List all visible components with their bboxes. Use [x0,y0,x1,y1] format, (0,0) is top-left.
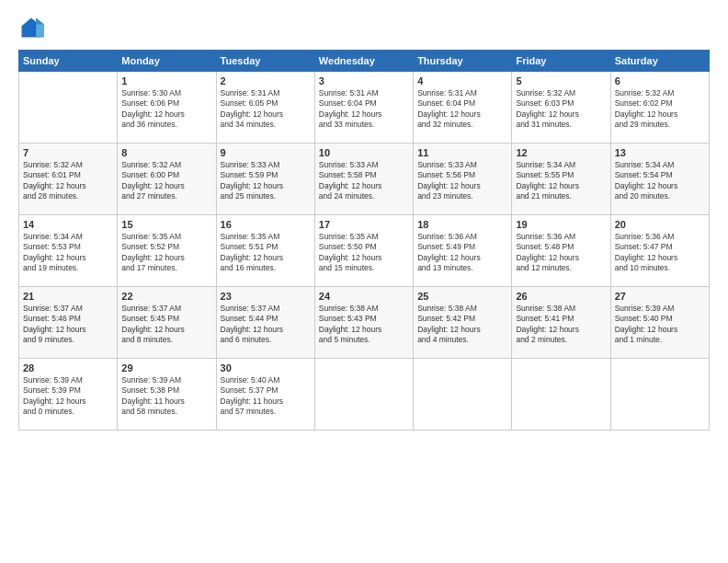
day-number: 24 [319,291,409,302]
day-info: Sunrise: 5:35 AM Sunset: 5:50 PM Dayligh… [319,232,409,274]
day-info: Sunrise: 5:35 AM Sunset: 5:52 PM Dayligh… [121,232,211,274]
day-info: Sunrise: 5:34 AM Sunset: 5:55 PM Dayligh… [516,160,606,202]
day-info: Sunrise: 5:39 AM Sunset: 5:40 PM Dayligh… [615,304,705,346]
day-number: 21 [23,291,113,302]
day-cell: 13Sunrise: 5:34 AM Sunset: 5:54 PM Dayli… [610,144,709,215]
day-info: Sunrise: 5:36 AM Sunset: 5:48 PM Dayligh… [516,232,606,274]
day-number: 1 [121,75,211,86]
day-cell: 18Sunrise: 5:36 AM Sunset: 5:49 PM Dayli… [414,215,512,287]
week-row-3: 14Sunrise: 5:34 AM Sunset: 5:53 PM Dayli… [19,215,710,287]
day-cell: 27Sunrise: 5:39 AM Sunset: 5:40 PM Dayli… [610,287,709,359]
col-header-thursday: Thursday [414,51,512,72]
day-cell: 6Sunrise: 5:32 AM Sunset: 6:02 PM Daylig… [610,72,709,144]
day-number: 3 [319,75,409,86]
day-cell: 25Sunrise: 5:38 AM Sunset: 5:42 PM Dayli… [414,287,512,359]
day-cell: 7Sunrise: 5:32 AM Sunset: 6:01 PM Daylig… [19,144,118,215]
day-cell: 24Sunrise: 5:38 AM Sunset: 5:43 PM Dayli… [314,287,413,359]
day-number: 17 [319,219,409,230]
day-number: 18 [417,219,507,230]
day-info: Sunrise: 5:39 AM Sunset: 5:39 PM Dayligh… [23,375,113,418]
col-header-wednesday: Wednesday [314,51,413,72]
logo [18,15,48,40]
day-info: Sunrise: 5:30 AM Sunset: 6:06 PM Dayligh… [121,88,211,131]
day-number: 9 [221,147,311,158]
day-number: 27 [615,291,705,302]
day-cell: 1Sunrise: 5:30 AM Sunset: 6:06 PM Daylig… [118,72,216,144]
day-cell: 15Sunrise: 5:35 AM Sunset: 5:52 PM Dayli… [118,215,216,287]
week-row-4: 21Sunrise: 5:37 AM Sunset: 5:46 PM Dayli… [19,287,710,359]
header-row: SundayMondayTuesdayWednesdayThursdayFrid… [19,51,710,72]
day-number: 6 [615,75,705,86]
day-cell: 23Sunrise: 5:37 AM Sunset: 5:44 PM Dayli… [216,287,314,359]
day-number: 30 [221,362,311,373]
day-number: 13 [615,147,705,158]
logo-icon [18,15,44,40]
day-info: Sunrise: 5:37 AM Sunset: 5:45 PM Dayligh… [121,304,211,346]
day-cell: 30Sunrise: 5:40 AM Sunset: 5:37 PM Dayli… [216,359,314,431]
col-header-friday: Friday [512,51,610,72]
day-cell: 4Sunrise: 5:31 AM Sunset: 6:04 PM Daylig… [414,72,512,144]
day-info: Sunrise: 5:31 AM Sunset: 6:04 PM Dayligh… [417,88,507,131]
day-info: Sunrise: 5:34 AM Sunset: 5:54 PM Dayligh… [615,160,705,202]
day-info: Sunrise: 5:38 AM Sunset: 5:43 PM Dayligh… [319,304,409,346]
day-cell [19,72,118,144]
calendar-table: SundayMondayTuesdayWednesdayThursdayFrid… [18,50,710,431]
col-header-sunday: Sunday [19,51,118,72]
day-cell: 16Sunrise: 5:35 AM Sunset: 5:51 PM Dayli… [216,215,314,287]
day-cell [414,359,512,431]
day-number: 28 [23,362,113,373]
day-number: 26 [516,291,606,302]
day-info: Sunrise: 5:32 AM Sunset: 6:01 PM Dayligh… [23,160,113,202]
day-cell: 19Sunrise: 5:36 AM Sunset: 5:48 PM Dayli… [512,215,610,287]
day-info: Sunrise: 5:36 AM Sunset: 5:49 PM Dayligh… [417,232,507,274]
day-number: 4 [417,75,507,86]
day-info: Sunrise: 5:33 AM Sunset: 5:56 PM Dayligh… [417,160,507,202]
day-info: Sunrise: 5:37 AM Sunset: 5:44 PM Dayligh… [221,304,311,346]
day-info: Sunrise: 5:36 AM Sunset: 5:47 PM Dayligh… [615,232,705,274]
col-header-tuesday: Tuesday [216,51,314,72]
day-cell: 9Sunrise: 5:33 AM Sunset: 5:59 PM Daylig… [216,144,314,215]
day-info: Sunrise: 5:33 AM Sunset: 5:58 PM Dayligh… [319,160,409,202]
day-number: 11 [417,147,507,158]
day-info: Sunrise: 5:38 AM Sunset: 5:42 PM Dayligh… [417,304,507,346]
day-number: 14 [23,219,113,230]
week-row-5: 28Sunrise: 5:39 AM Sunset: 5:39 PM Dayli… [19,359,710,431]
day-info: Sunrise: 5:35 AM Sunset: 5:51 PM Dayligh… [221,232,311,274]
day-number: 23 [221,291,311,302]
day-info: Sunrise: 5:32 AM Sunset: 6:03 PM Dayligh… [516,88,606,131]
day-cell: 10Sunrise: 5:33 AM Sunset: 5:58 PM Dayli… [314,144,413,215]
day-cell: 17Sunrise: 5:35 AM Sunset: 5:50 PM Dayli… [314,215,413,287]
day-info: Sunrise: 5:32 AM Sunset: 6:00 PM Dayligh… [121,160,211,202]
day-number: 10 [319,147,409,158]
day-cell [512,359,610,431]
day-number: 25 [417,291,507,302]
day-cell: 5Sunrise: 5:32 AM Sunset: 6:03 PM Daylig… [512,72,610,144]
day-info: Sunrise: 5:34 AM Sunset: 5:53 PM Dayligh… [23,232,113,274]
day-info: Sunrise: 5:31 AM Sunset: 6:04 PM Dayligh… [319,88,409,131]
day-number: 12 [516,147,606,158]
day-number: 20 [615,219,705,230]
week-row-2: 7Sunrise: 5:32 AM Sunset: 6:01 PM Daylig… [19,144,710,215]
day-cell: 14Sunrise: 5:34 AM Sunset: 5:53 PM Dayli… [19,215,118,287]
day-number: 16 [221,219,311,230]
week-row-1: 1Sunrise: 5:30 AM Sunset: 6:06 PM Daylig… [19,72,710,144]
day-info: Sunrise: 5:38 AM Sunset: 5:41 PM Dayligh… [516,304,606,346]
day-cell [314,359,413,431]
day-number: 15 [121,219,211,230]
day-cell: 8Sunrise: 5:32 AM Sunset: 6:00 PM Daylig… [118,144,216,215]
svg-marker-2 [36,18,44,25]
day-cell: 22Sunrise: 5:37 AM Sunset: 5:45 PM Dayli… [118,287,216,359]
day-info: Sunrise: 5:40 AM Sunset: 5:37 PM Dayligh… [221,375,311,418]
day-number: 2 [221,75,311,86]
day-number: 22 [121,291,211,302]
day-info: Sunrise: 5:39 AM Sunset: 5:38 PM Dayligh… [121,375,211,418]
day-cell: 3Sunrise: 5:31 AM Sunset: 6:04 PM Daylig… [314,72,413,144]
col-header-monday: Monday [118,51,216,72]
day-info: Sunrise: 5:33 AM Sunset: 5:59 PM Dayligh… [221,160,311,202]
col-header-saturday: Saturday [610,51,709,72]
page: SundayMondayTuesdayWednesdayThursdayFrid… [0,0,728,563]
day-info: Sunrise: 5:37 AM Sunset: 5:46 PM Dayligh… [23,304,113,346]
day-number: 19 [516,219,606,230]
day-info: Sunrise: 5:32 AM Sunset: 6:02 PM Dayligh… [615,88,705,131]
day-number: 29 [121,362,211,373]
